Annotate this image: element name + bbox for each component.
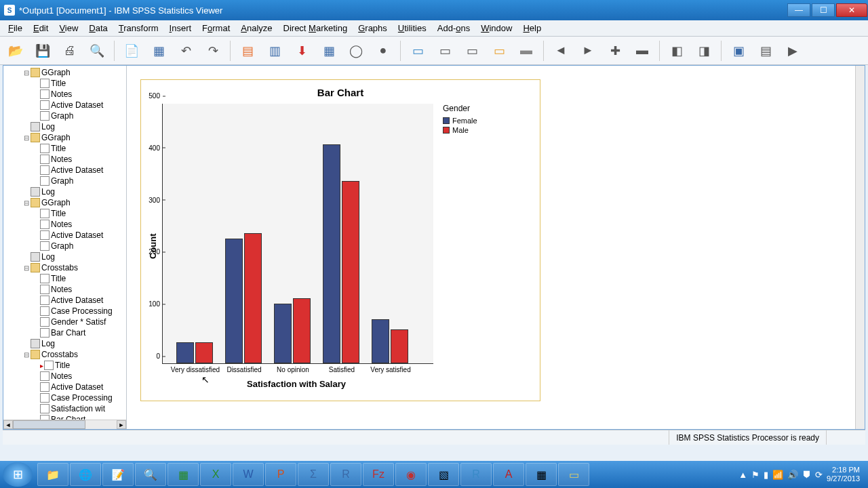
chart-frame[interactable]: Bar Chart Count 0100200300400500Very dis… bbox=[140, 79, 540, 401]
task-revit-icon[interactable]: R bbox=[460, 463, 492, 486]
task-spss-icon[interactable]: Σ bbox=[298, 463, 329, 486]
menu-addons[interactable]: Add-ons bbox=[432, 22, 475, 35]
maximize-button[interactable]: ☐ bbox=[812, 3, 835, 17]
menu-file[interactable]: File bbox=[3, 22, 28, 35]
show-icon[interactable]: ◧ bbox=[665, 39, 688, 62]
print-icon[interactable]: 🖨 bbox=[58, 39, 81, 62]
outline-item[interactable]: Notes bbox=[3, 284, 126, 295]
task-app1-icon[interactable]: ◉ bbox=[395, 463, 427, 486]
twisty-icon[interactable]: ⊟ bbox=[22, 134, 31, 142]
outline-item[interactable]: ⊟Crosstabs bbox=[3, 262, 126, 273]
task-magnify-icon[interactable]: 🔍 bbox=[135, 463, 166, 486]
insert-heading-icon[interactable]: ▭ bbox=[406, 39, 429, 62]
back-icon[interactable]: ◄ bbox=[549, 39, 572, 62]
print-preview-icon[interactable]: 🔍 bbox=[85, 39, 108, 62]
outline-item[interactable]: Title bbox=[3, 143, 126, 154]
outline-pane[interactable]: ⊟GGraphTitleNotesActive DatasetGraphLog⊟… bbox=[3, 66, 127, 429]
outline-item[interactable]: ⊟GGraph bbox=[3, 132, 126, 143]
outline-item[interactable]: Case Processing bbox=[3, 392, 126, 403]
scroll-right-icon[interactable]: ► bbox=[117, 420, 126, 429]
outline-item[interactable]: Active Dataset bbox=[3, 100, 126, 110]
outline-item[interactable]: Active Dataset bbox=[3, 382, 126, 392]
menu-transform[interactable]: Transform bbox=[113, 22, 164, 35]
outline-item[interactable]: Notes bbox=[3, 154, 126, 165]
menu-window[interactable]: Window bbox=[475, 22, 517, 35]
outline-item[interactable]: Active Dataset bbox=[3, 165, 126, 176]
insert-text-icon[interactable]: ▭ bbox=[460, 39, 484, 62]
expand-icon[interactable]: ✚ bbox=[604, 39, 627, 62]
menu-graphs[interactable]: Graphs bbox=[353, 22, 393, 35]
scroll-thumb[interactable] bbox=[13, 420, 85, 429]
outline-item[interactable]: Graph bbox=[3, 176, 126, 186]
outline-item[interactable]: Satisfaction wit bbox=[3, 403, 126, 414]
outline-item[interactable]: ⊟GGraph bbox=[3, 67, 126, 78]
twisty-icon[interactable]: ⊟ bbox=[22, 69, 31, 77]
outline-item[interactable]: ⊟GGraph bbox=[3, 197, 126, 208]
delete-icon[interactable]: ▬ bbox=[515, 39, 538, 62]
task-excel2-icon[interactable]: ▦ bbox=[167, 463, 199, 486]
tray-up-icon[interactable]: ▲ bbox=[738, 470, 747, 480]
tray-clock[interactable]: 2:18 PM 9/27/2013 bbox=[827, 466, 860, 483]
task-powerpoint-icon[interactable]: P bbox=[265, 463, 296, 486]
task-word-icon[interactable]: W bbox=[233, 463, 264, 486]
insert-page-icon[interactable]: ▭ bbox=[488, 39, 511, 62]
outline-item[interactable]: ▸Title bbox=[3, 360, 126, 371]
tray-shield-icon[interactable]: ⛊ bbox=[802, 470, 811, 480]
task-app2-icon[interactable]: ▧ bbox=[428, 463, 459, 486]
content-pane[interactable]: Bar Chart Count 0100200300400500Very dis… bbox=[127, 66, 865, 429]
menu-utilities[interactable]: Utilities bbox=[393, 22, 432, 35]
outline-item[interactable]: Graph bbox=[3, 110, 126, 121]
menu-edit[interactable]: Edit bbox=[28, 22, 54, 35]
tray-volume-icon[interactable]: 🔊 bbox=[787, 470, 798, 480]
outline-hscrollbar[interactable]: ◄ ► bbox=[3, 420, 126, 429]
twisty-icon[interactable]: ⊟ bbox=[22, 264, 31, 272]
undo-icon[interactable]: ↶ bbox=[174, 39, 197, 62]
outline-item[interactable]: Gender * Satisf bbox=[3, 317, 126, 327]
dialog-recall-icon[interactable]: ▦ bbox=[147, 39, 170, 62]
select-icon[interactable]: ◯ bbox=[344, 39, 368, 62]
menu-help[interactable]: Help bbox=[517, 22, 547, 35]
tray-network-icon[interactable]: 📶 bbox=[772, 470, 783, 480]
menu-insert[interactable]: Insert bbox=[164, 22, 197, 35]
task-r-icon[interactable]: R bbox=[330, 463, 361, 486]
collapse-icon[interactable]: ▬ bbox=[631, 39, 654, 62]
menu-analyze[interactable]: Analyze bbox=[235, 22, 277, 35]
weight-icon[interactable]: ● bbox=[372, 39, 395, 62]
outline-item[interactable]: Title bbox=[3, 273, 126, 284]
open-icon[interactable]: 📂 bbox=[4, 39, 27, 62]
menu-format[interactable]: Format bbox=[197, 22, 235, 35]
outline-item[interactable]: Title bbox=[3, 208, 126, 219]
run-icon[interactable]: ▶ bbox=[781, 39, 804, 62]
task-sticky-icon[interactable]: ▭ bbox=[558, 463, 589, 486]
outline-item[interactable]: Notes bbox=[3, 89, 126, 100]
outline-item[interactable]: Log bbox=[3, 338, 126, 349]
tray-flag-icon[interactable]: ⚑ bbox=[751, 470, 760, 480]
menu-data[interactable]: Data bbox=[83, 22, 113, 35]
task-app3-icon[interactable]: ▦ bbox=[526, 463, 557, 486]
system-tray[interactable]: ▲ ⚑ ▮ 📶 🔊 ⛊ ⟳ 2:18 PM 9/27/2013 bbox=[738, 466, 865, 483]
task-acrobat-icon[interactable]: A bbox=[493, 463, 524, 486]
insert-title-icon[interactable]: ▭ bbox=[433, 39, 456, 62]
twisty-icon[interactable]: ⊟ bbox=[22, 199, 31, 207]
start-button[interactable]: ⊞ bbox=[3, 462, 33, 487]
outline-item[interactable]: ⊟Crosstabs bbox=[3, 349, 126, 360]
close-button[interactable]: ✕ bbox=[836, 3, 867, 17]
task-chrome-icon[interactable]: 🌐 bbox=[70, 463, 101, 486]
designate-window-icon[interactable]: ▣ bbox=[727, 39, 750, 62]
outline-item[interactable]: Log bbox=[3, 121, 126, 132]
outline-item[interactable]: Log bbox=[3, 251, 126, 262]
goto-case-icon[interactable]: ▥ bbox=[263, 39, 286, 62]
minimize-button[interactable]: — bbox=[787, 3, 810, 17]
task-notepad-icon[interactable]: 📝 bbox=[102, 463, 134, 486]
content-vscrollbar[interactable] bbox=[855, 66, 865, 429]
redo-icon[interactable]: ↷ bbox=[201, 39, 224, 62]
menu-direct-marketing[interactable]: Direct Marketing bbox=[278, 22, 353, 35]
outline-item[interactable]: Active Dataset bbox=[3, 230, 126, 241]
hide-icon[interactable]: ◨ bbox=[692, 39, 715, 62]
menu-view[interactable]: View bbox=[54, 22, 83, 35]
scroll-left-icon[interactable]: ◄ bbox=[3, 420, 13, 429]
export-icon[interactable]: 📄 bbox=[120, 39, 143, 62]
twisty-icon[interactable]: ⊟ bbox=[22, 351, 31, 359]
outline-item[interactable]: Notes bbox=[3, 371, 126, 382]
variables-icon[interactable]: ⬇ bbox=[290, 39, 313, 62]
